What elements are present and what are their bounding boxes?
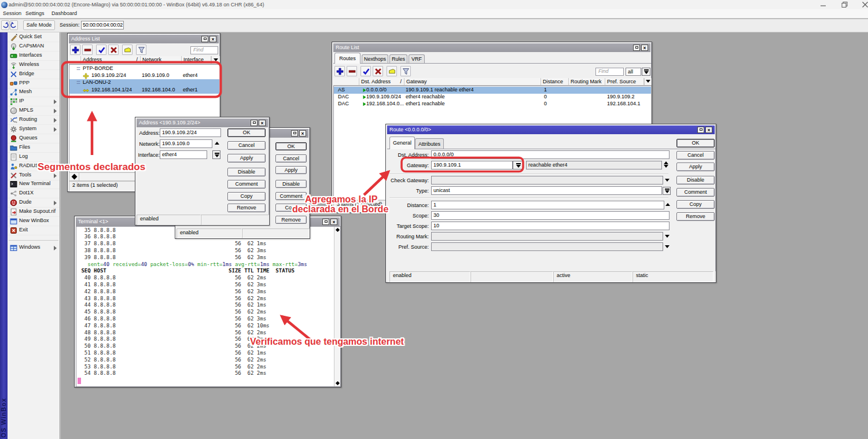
network-input[interactable]: 190.9.109.0 bbox=[160, 139, 212, 148]
close-icon[interactable]: × bbox=[330, 219, 337, 225]
tab-rules[interactable]: Rules bbox=[389, 54, 407, 64]
address-comment-row[interactable]: :::PTP-BORDE bbox=[69, 65, 219, 72]
header-network[interactable]: Network bbox=[141, 56, 182, 64]
route-dialog-ok-button[interactable]: OK bbox=[676, 139, 715, 147]
sidebar-item-files[interactable]: Files bbox=[8, 143, 60, 153]
terminal-scrollbar[interactable] bbox=[334, 227, 340, 386]
session-input[interactable]: 50:00:00:04:00:02 bbox=[81, 21, 124, 29]
sidebar-item-capsman[interactable]: CAPsMAN bbox=[8, 42, 60, 51]
route-row[interactable]: AS0.0.0.0/0190.9.109.1 reachable ether41 bbox=[334, 87, 651, 94]
close-icon[interactable]: × bbox=[705, 127, 712, 133]
route-dialog-copy-button[interactable]: Copy bbox=[676, 200, 715, 209]
sidebar-item-ip[interactable]: IP bbox=[8, 97, 60, 106]
route-dialog-apply-button[interactable]: Apply bbox=[676, 163, 715, 171]
type-dropdown-icon[interactable] bbox=[663, 187, 671, 195]
header-flags[interactable] bbox=[333, 78, 359, 85]
redo-button[interactable] bbox=[10, 20, 18, 30]
address-dialog-back-comment-button[interactable]: Comment bbox=[275, 192, 307, 200]
sidebar-item-make-supout-rif[interactable]: Make Supout.rif bbox=[8, 208, 60, 217]
add-button[interactable] bbox=[334, 66, 345, 76]
header-routing-mark[interactable]: Routing Mark bbox=[569, 78, 605, 85]
sidebar-item-quick-set[interactable]: Quick Set bbox=[8, 33, 60, 42]
target-scope-input[interactable]: 10 bbox=[431, 222, 670, 230]
route-dialog-comment-button[interactable]: Comment bbox=[676, 188, 715, 197]
sidebar-item-mesh[interactable]: Mesh bbox=[8, 88, 60, 97]
address-input[interactable]: 190.9.109.2/24 bbox=[160, 128, 221, 137]
enable-button[interactable] bbox=[361, 66, 371, 76]
header-address[interactable]: Address/ bbox=[81, 56, 141, 64]
scroll-up-icon[interactable] bbox=[335, 227, 340, 233]
maximize-icon[interactable] bbox=[291, 130, 298, 137]
sidebar-item-wireless[interactable]: Wireless bbox=[8, 61, 60, 70]
routing-mark-input[interactable] bbox=[431, 232, 663, 241]
sidebar-item-system[interactable]: System bbox=[8, 125, 60, 134]
dst-address-input[interactable]: 0.0.0.0/0 bbox=[431, 150, 670, 159]
interface-input[interactable]: ether4 bbox=[160, 150, 207, 159]
address-row[interactable]: 190.9.109.2/24190.9.109.0ether4 bbox=[69, 72, 219, 79]
close-icon[interactable]: × bbox=[259, 120, 266, 126]
address-dialog-disable-button[interactable]: Disable bbox=[227, 168, 266, 176]
disable-button[interactable] bbox=[373, 66, 383, 76]
filter-button[interactable] bbox=[400, 66, 411, 76]
routing-mark-dropdown-icon[interactable] bbox=[665, 235, 670, 238]
close-icon[interactable] bbox=[857, 0, 868, 9]
terminal-body[interactable]: 35 8.8.8.8 56 62 2ms 36 8.8.8.8 56 62 2m… bbox=[76, 226, 341, 387]
route-list-titlebar[interactable]: Route List × bbox=[333, 43, 650, 52]
close-icon[interactable]: × bbox=[209, 36, 216, 42]
route-row[interactable]: DAC190.9.109.0/24ether4 reachable0190.9.… bbox=[334, 94, 651, 101]
address-list-titlebar[interactable]: Address List × bbox=[69, 35, 219, 43]
sidebar-item-exit[interactable]: Exit bbox=[8, 226, 60, 235]
remove-button[interactable] bbox=[82, 45, 93, 55]
check-gateway-input[interactable] bbox=[431, 176, 663, 185]
hscroll-diamond-icon[interactable] bbox=[72, 174, 78, 180]
find-input[interactable]: Find bbox=[190, 46, 218, 54]
tab-vrf[interactable]: VRF bbox=[409, 54, 425, 64]
gateway-dropdown-icon[interactable] bbox=[513, 161, 523, 169]
disable-button[interactable] bbox=[108, 45, 119, 55]
address-dialog-back-remove-button[interactable]: Remove bbox=[275, 216, 307, 224]
comment-button[interactable] bbox=[387, 66, 397, 76]
address-dialog-titlebar[interactable]: Address <190.9.109.2/24> × bbox=[137, 119, 268, 127]
maximize-icon[interactable] bbox=[633, 45, 640, 51]
column-select-icon[interactable] bbox=[644, 78, 652, 85]
pref-source-input[interactable] bbox=[431, 242, 663, 251]
sidebar-item-bridge[interactable]: Bridge bbox=[8, 70, 60, 79]
header-dst-address[interactable]: Dst. Address/ bbox=[359, 78, 404, 85]
maximize-icon[interactable] bbox=[837, 0, 854, 9]
filter-dropdown-icon[interactable] bbox=[642, 68, 650, 76]
interface-dropdown-icon[interactable] bbox=[212, 150, 220, 159]
sidebar-item-interfaces[interactable]: Interfaces bbox=[8, 51, 60, 61]
maximize-icon[interactable] bbox=[251, 120, 258, 126]
column-select-icon[interactable] bbox=[211, 56, 220, 64]
gateway-input[interactable]: 190.9.109.1 bbox=[431, 161, 513, 169]
menu-session[interactable]: Session bbox=[3, 10, 21, 16]
tab-attributes[interactable]: Attributes bbox=[415, 138, 444, 149]
maximize-icon[interactable] bbox=[322, 219, 329, 225]
filter-scope-select[interactable]: all bbox=[626, 68, 641, 76]
add-button[interactable] bbox=[70, 45, 80, 55]
tab-nexthops[interactable]: Nexthops bbox=[362, 54, 388, 64]
gateway-updown-icon[interactable] bbox=[664, 161, 668, 168]
type-input[interactable]: unicast bbox=[431, 186, 662, 195]
sidebar-item-queues[interactable]: Queues bbox=[8, 134, 60, 143]
header-gateway[interactable]: Gateway bbox=[404, 78, 541, 85]
route-dialog-disable-button[interactable]: Disable bbox=[676, 176, 715, 185]
address-comment-row[interactable]: :::LAN-ONU-2 bbox=[69, 79, 219, 86]
route-dialog-cancel-button[interactable]: Cancel bbox=[676, 151, 715, 160]
sidebar-item-log[interactable]: Log bbox=[8, 153, 60, 162]
address-dialog-back-apply-button[interactable]: Apply bbox=[275, 166, 307, 174]
route-dialog-remove-button[interactable]: Remove bbox=[676, 212, 715, 221]
sidebar-item-routing[interactable]: Routing bbox=[8, 116, 60, 125]
address-dialog-ok-button[interactable]: OK bbox=[227, 128, 266, 137]
address-dialog-back-disable-button[interactable]: Disable bbox=[275, 180, 307, 188]
find-input[interactable]: Find bbox=[595, 68, 624, 76]
address-dialog-copy-button[interactable]: Copy bbox=[227, 192, 266, 201]
close-icon[interactable]: × bbox=[641, 45, 648, 51]
remove-button[interactable] bbox=[347, 66, 357, 76]
sidebar-item-dot1x[interactable]: Dot1X bbox=[8, 189, 60, 198]
pref-source-dropdown-icon[interactable] bbox=[665, 245, 670, 248]
address-dialog-cancel-button[interactable]: Cancel bbox=[227, 141, 266, 150]
comment-button[interactable] bbox=[122, 45, 133, 55]
maximize-icon[interactable] bbox=[201, 36, 208, 42]
close-icon[interactable]: × bbox=[299, 130, 306, 137]
